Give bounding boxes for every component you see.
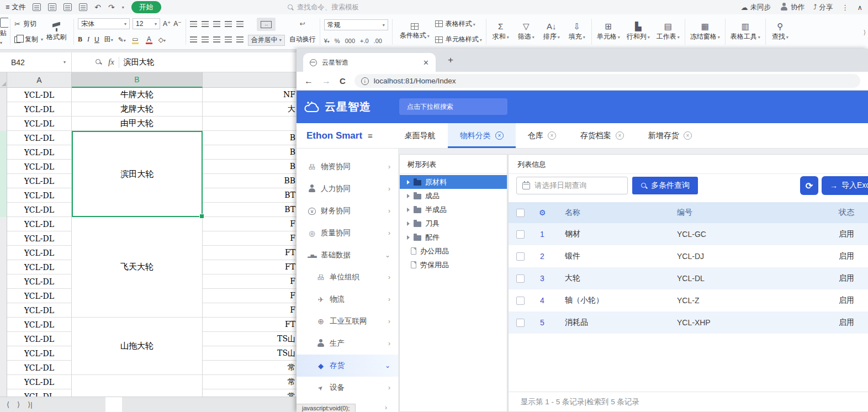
- grid-cell-b[interactable]: 龙牌大轮: [72, 102, 203, 117]
- font-size-select[interactable]: 12▾: [133, 18, 160, 29]
- grid-cell-c[interactable]: BT: [203, 203, 297, 217]
- grid-cell-c[interactable]: 大: [203, 102, 297, 117]
- grid-cell-a[interactable]: YCL-DL: [7, 117, 72, 131]
- grid-cell-b[interactable]: 牛牌大轮: [72, 88, 203, 102]
- table-row[interactable]: 5 消耗品 YCL-XHP 启用: [509, 311, 868, 334]
- browser-tab[interactable]: 云星智造 ✕: [303, 53, 436, 72]
- font-color-button[interactable]: A: [145, 35, 154, 44]
- wrap-text-button[interactable]: 自动换行: [289, 35, 316, 44]
- spreadsheet-grid[interactable]: YCL-DLNFYCL-DL大YCL-DLYCL-DLBYCL-DLBYCL-D…: [0, 88, 297, 397]
- expand-arrow-icon[interactable]: [407, 221, 410, 226]
- sheet-tab[interactable]: [56, 397, 72, 412]
- column-code[interactable]: 编号: [677, 208, 692, 218]
- format-painter-button[interactable]: 格式刷: [43, 22, 70, 42]
- grid-cell-a[interactable]: YCL-DL: [7, 361, 72, 375]
- row-checkbox[interactable]: [516, 274, 525, 283]
- back-icon[interactable]: ←: [304, 76, 313, 86]
- grid-cell-a[interactable]: YCL-DL: [7, 145, 72, 160]
- grid-cell-c[interactable]: 常: [203, 389, 297, 397]
- ribbon-big-button[interactable]: ▤工作表: [653, 16, 683, 47]
- font-name-select[interactable]: 宋体▾: [78, 18, 130, 29]
- row-checkbox[interactable]: [516, 319, 525, 327]
- grid-cell-c[interactable]: BB: [203, 174, 297, 188]
- grid-cell-c[interactable]: F: [203, 231, 297, 246]
- thousands-button[interactable]: 000: [345, 38, 355, 44]
- grid-cell-c[interactable]: 常: [203, 375, 297, 389]
- grid-cell-c[interactable]: [203, 117, 297, 131]
- fx-icon[interactable]: fx: [108, 57, 114, 67]
- grid-cell-a[interactable]: YCL-DL: [7, 289, 72, 303]
- ribbon-big-button[interactable]: ⇩填充: [564, 16, 590, 47]
- name-box[interactable]: B42▾: [0, 52, 72, 72]
- tab-home[interactable]: 开始: [131, 1, 161, 13]
- sheet-tab[interactable]: [72, 397, 89, 412]
- page-info-icon[interactable]: i: [361, 77, 369, 85]
- grid-cell-a[interactable]: YCL-DL: [7, 231, 72, 246]
- sidebar-item[interactable]: 质量协同 ›: [297, 222, 398, 244]
- row-checkbox[interactable]: [516, 230, 525, 239]
- cut-button[interactable]: ✂剪切: [14, 17, 43, 31]
- align-center-icon[interactable]: [202, 36, 209, 43]
- ribbon-expand-icon[interactable]: ⟩: [864, 29, 866, 36]
- sidebar-item[interactable]: 基础数据 ⌄: [297, 244, 398, 266]
- distribute-icon[interactable]: [236, 36, 244, 43]
- bold-button[interactable]: B: [78, 35, 82, 44]
- grid-cell-a[interactable]: YCL-DL: [7, 188, 72, 203]
- row-number[interactable]: 3: [540, 274, 544, 283]
- tree-item[interactable]: 半成品: [400, 203, 507, 216]
- increase-indent-icon[interactable]: [236, 21, 244, 27]
- grid-cell-a[interactable]: YCL-DL: [7, 174, 72, 188]
- export-icon[interactable]: [48, 3, 56, 11]
- ribbon-big-button[interactable]: ⊞单元格: [594, 16, 623, 47]
- grid-cell-c[interactable]: TS山: [203, 332, 297, 346]
- justify-icon[interactable]: [225, 36, 232, 43]
- page-tab[interactable]: 仓库 ×: [516, 123, 568, 148]
- workspace-name[interactable]: Ethon Smart≡: [306, 123, 373, 148]
- tree-item[interactable]: 配件: [400, 230, 507, 244]
- expand-arrow-icon[interactable]: [407, 235, 410, 240]
- cell-style-button[interactable]: 单元格样式: [435, 33, 482, 47]
- grid-cell-a[interactable]: YCL-DL: [7, 160, 72, 174]
- align-right-icon[interactable]: [213, 36, 220, 43]
- clear-format-button[interactable]: ◇▾: [158, 36, 166, 44]
- grid-cell-b[interactable]: 飞天大轮: [72, 217, 203, 318]
- grid-cell-c[interactable]: B: [203, 131, 297, 145]
- grid-cell-b-selected[interactable]: 滨田大轮: [72, 131, 203, 217]
- new-tab-button[interactable]: +: [444, 54, 457, 66]
- grid-cell-a[interactable]: YCL-DL: [7, 332, 72, 346]
- grid-cell-c[interactable]: F: [203, 274, 297, 289]
- ribbon-big-button[interactable]: ▥表格工具: [727, 16, 764, 47]
- sidebar-item[interactable]: 物流 ›: [297, 288, 398, 310]
- grid-cell-b[interactable]: 由甲大轮: [72, 117, 203, 131]
- sheet-prev-icon[interactable]: ⟨: [7, 400, 9, 409]
- sidebar-item[interactable]: 人力协同 ›: [297, 178, 398, 200]
- sheet-next-icon[interactable]: ⟩: [17, 400, 20, 409]
- expand-arrow-icon[interactable]: [407, 208, 410, 212]
- table-row[interactable]: 4 轴（小轮） YCL-Z 启用: [509, 289, 868, 311]
- reload-icon[interactable]: C: [340, 76, 346, 86]
- grid-cell-c[interactable]: NF: [203, 88, 297, 102]
- align-middle-icon[interactable]: [202, 21, 209, 27]
- page-tab-close-icon[interactable]: ×: [548, 131, 556, 140]
- fill-color-button[interactable]: ▭: [131, 35, 140, 44]
- row-checkbox[interactable]: [516, 252, 525, 261]
- grid-cell-c[interactable]: 常: [203, 361, 297, 375]
- ribbon-big-button[interactable]: A↓排序: [539, 16, 564, 47]
- grid-cell-a[interactable]: YCL-DL: [7, 131, 72, 145]
- refresh-button[interactable]: ⟳: [800, 176, 818, 195]
- borders-button[interactable]: 田▾: [104, 35, 113, 44]
- decrease-decimal-button[interactable]: .00: [374, 38, 382, 44]
- undo-icon[interactable]: ↶: [94, 3, 101, 12]
- grid-cell-c[interactable]: F: [203, 289, 297, 303]
- row-number[interactable]: 4: [540, 296, 544, 305]
- sidebar-item[interactable]: 单位组织 ›: [297, 266, 398, 288]
- increase-font-icon[interactable]: A⁺: [163, 20, 171, 28]
- grid-cell-a[interactable]: YCL-DL: [7, 203, 72, 217]
- sidebar-item[interactable]: 生产 ›: [297, 332, 398, 355]
- decrease-indent-icon[interactable]: [225, 21, 232, 27]
- sheet-last-icon[interactable]: ⟩|: [28, 400, 32, 409]
- ribbon-big-button[interactable]: Σ求和: [488, 16, 514, 47]
- grid-cell-a[interactable]: YCL-DL: [7, 318, 72, 332]
- tree-item[interactable]: 刀具: [400, 216, 507, 230]
- table-row[interactable]: 2 锻件 YCL-DJ 启用: [509, 245, 868, 267]
